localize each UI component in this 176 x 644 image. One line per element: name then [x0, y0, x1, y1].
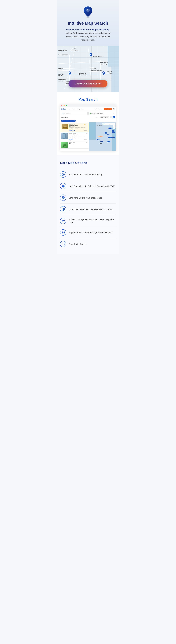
map-zoom-out[interactable]: −	[113, 127, 115, 129]
list-view-btn[interactable]: ≡	[113, 116, 115, 118]
radius-search-icon	[60, 241, 66, 247]
option-item-location-popup: Ask Users For Location Via Pop-Up	[60, 169, 116, 180]
nav-search[interactable]: Search	[72, 108, 75, 110]
water-left	[89, 122, 96, 140]
listing-icons-3: ⊕ ♡	[86, 142, 88, 143]
price-tag-4[interactable]: $4	[105, 132, 107, 134]
area-input-mock[interactable]: Selected area on the map ▾	[88, 112, 115, 115]
option-text-snazzy-maps: Style Map Colors Via Snazzy Maps	[69, 196, 102, 199]
result-card-1[interactable]: Vehicles · Cars ⭐ ⊕ ♡ Mercedes-Benz... S…	[61, 123, 88, 132]
mini-map-manhattan: MANHATTAN	[97, 125, 103, 126]
price-tag-499[interactable]: $499	[108, 128, 111, 129]
header-section: Intuitive Map Search Enables quick and i…	[57, 0, 119, 46]
nav-menu[interactable]: ☰	[113, 108, 115, 110]
map-zoom-in[interactable]: +	[113, 125, 115, 127]
results-count: 34 Results	[61, 116, 68, 118]
map-pin-icon	[83, 6, 93, 18]
compare-icon-3[interactable]: ⊕	[86, 142, 87, 143]
search-icon-sm: 🔍	[62, 113, 64, 114]
search-as-move-toggle[interactable]: ✓ Search as I move the map	[102, 123, 115, 125]
map-label-lower-east: LOWEREAST SIDE	[71, 48, 78, 51]
listing-user-2: Jake Neil	[70, 136, 73, 136]
nav-home[interactable]: Home	[68, 108, 71, 110]
featured-icon: ⭐	[84, 124, 85, 125]
heart-icon-2[interactable]: ♡	[87, 133, 88, 134]
price-tag-70[interactable]: $70	[100, 141, 103, 142]
compare-icon-1[interactable]: ⊕	[85, 124, 86, 125]
svg-point-5	[103, 72, 104, 73]
tag-close-icon[interactable]: ✕	[74, 120, 75, 122]
price-tag-600[interactable]: $600	[107, 141, 110, 142]
page-subtitle: Enables quick and intuitive geo-searchin…	[64, 28, 112, 42]
selected-area-tag[interactable]: Selected area on the map ✕	[61, 120, 76, 122]
heart-icon-1[interactable]: ♡	[87, 124, 87, 125]
svg-rect-14	[63, 144, 64, 145]
price-tag-1300[interactable]: $1,300	[108, 137, 112, 138]
nav-listing[interactable]: Listing	[77, 108, 80, 110]
option-item-address-suggest: Suggest Specific Addresses, Cities Or Re…	[60, 227, 116, 238]
browser-bar	[60, 104, 116, 107]
nav-login[interactable]: Log In	[94, 108, 97, 110]
browser-dot-close[interactable]	[61, 105, 62, 106]
map-marker-2	[68, 71, 71, 75]
map-search-title: Map Search	[60, 98, 116, 102]
palette-map-icon	[60, 194, 66, 201]
listing-icons-1: ⭐ ⊕ ♡	[84, 124, 87, 125]
svg-point-3	[90, 54, 91, 55]
price-tag-200b[interactable]: $200	[97, 139, 100, 140]
address-suggest-icon	[60, 229, 66, 236]
search-input-mock[interactable]: 🔍 I'm looking for...	[61, 112, 88, 115]
results-header-row: 34 Results Sort By: Most Relevant ⊞ ≡	[60, 116, 116, 119]
result-card-3[interactable]: For Kids · Toys ⊕ ♡ Wallie toy	[60, 141, 89, 148]
listing-name-2: Iphone 13pro case	[69, 134, 88, 136]
svg-point-18	[62, 173, 64, 176]
nav-register[interactable]: Register	[99, 108, 103, 110]
nav-items: Home Search Listing Pages	[68, 108, 94, 110]
core-options-title: Core Map Options	[60, 161, 116, 165]
globe-filter-icon	[60, 183, 66, 189]
svg-point-2	[87, 9, 88, 10]
price-tag-25[interactable]: $25	[112, 130, 114, 132]
listing-name-3: Wallie toy	[69, 143, 88, 144]
listing-category-2: Devices · Phones	[69, 133, 76, 134]
map-search-section: Map Search Listivo Home Search Listing P…	[57, 92, 119, 155]
price-tag-400[interactable]: $400	[112, 137, 115, 138]
view-toggle: ⊞ ≡	[110, 116, 115, 118]
option-item-drag-results: Actively Change Results When Users Drag …	[60, 215, 116, 227]
brand-logo: Listivo	[61, 108, 66, 110]
heart-icon-3[interactable]: ♡	[87, 142, 88, 143]
cta-button[interactable]: Check Out Map Search	[68, 80, 107, 88]
post-ad-button[interactable]: Post Your Ad	[104, 108, 112, 110]
listing-thumbnail-1	[62, 124, 68, 130]
grid-view-btn[interactable]: ⊞	[110, 116, 112, 118]
nav-actions: Log In | Register Post Your Ad ☰	[94, 108, 115, 110]
map-label-two-bridges: TWO BRIDGES	[58, 54, 68, 56]
svg-rect-7	[63, 126, 67, 127]
price-tag-220000[interactable]: $220,000	[98, 136, 102, 137]
search-as-move-label: Search as I move the map	[105, 124, 115, 124]
sort-select[interactable]: Most Relevant	[100, 116, 109, 118]
browser-dot-minimize[interactable]	[64, 105, 65, 106]
nav-pages[interactable]: Pages	[81, 108, 84, 110]
option-item-snazzy-maps: Style Map Colors Via Snazzy Maps	[60, 192, 116, 204]
browser-dot-maximize[interactable]	[66, 105, 67, 106]
results-list: Vehicles · Cars ⭐ ⊕ ♡ Mercedes-Benz... S…	[60, 122, 89, 151]
svg-marker-35	[62, 208, 64, 210]
compare-icon-2[interactable]: ⊕	[86, 133, 87, 134]
result-card-2[interactable]: Devices · Phones ⊕ ♡ Iphone 13pro case J…	[60, 132, 89, 142]
listing-views-2: 155 Views	[84, 139, 88, 140]
search-as-move-checkbox[interactable]: ✓	[103, 123, 104, 124]
svg-rect-15	[65, 144, 65, 145]
filter-tag-row: Selected area on the map ✕	[60, 119, 116, 122]
price-tag-99[interactable]: $99	[112, 132, 115, 133]
listing-info-1: Vehicles · Cars ⭐ ⊕ ♡ Mercedes-Benz... S…	[69, 124, 87, 131]
map-marker-3	[102, 71, 105, 75]
price-tag-200[interactable]: $200	[107, 134, 110, 135]
svg-point-8	[63, 128, 64, 128]
svg-point-4	[69, 72, 70, 73]
svg-point-17	[65, 146, 65, 146]
drag-map-icon	[60, 218, 66, 224]
area-text: Selected area on the map	[91, 113, 103, 114]
svg-point-12	[64, 138, 65, 138]
listing-price-1: $150,000	[69, 130, 75, 131]
